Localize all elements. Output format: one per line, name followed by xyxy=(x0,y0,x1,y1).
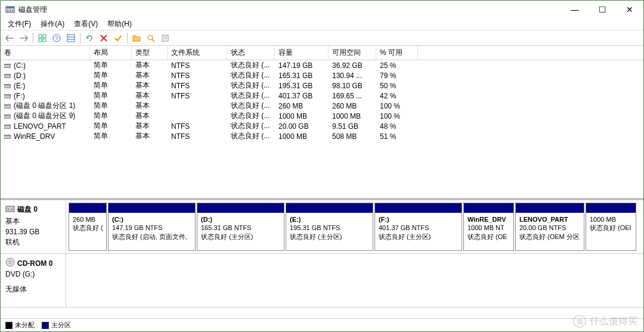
volume-fs: NTFS xyxy=(168,91,227,101)
delete-icon[interactable] xyxy=(97,32,110,45)
menu-file[interactable]: 文件(F) xyxy=(3,18,36,30)
volume-free: 260 MB xyxy=(329,101,376,111)
volume-row[interactable]: WinRE_DRV简单基本NTFS状态良好 (...1000 MB508 MB5… xyxy=(1,131,643,141)
disk-graph-pane[interactable]: 磁盘 0基本931.39 GB联机260 MB状态良好 ((C:)147.19 … xyxy=(1,199,643,318)
menu-action[interactable]: 操作(A) xyxy=(36,18,69,30)
disk-icon xyxy=(5,204,15,215)
partition[interactable]: LENOVO_PART20.00 GB NTFS状态良好 (OEM 分区 xyxy=(515,203,584,251)
volume-name: (C:) xyxy=(14,61,26,70)
volume-list[interactable]: 卷 布局 类型 文件系统 状态 容量 可用空间 % 可用 (C:)简单基本NTF… xyxy=(1,46,643,199)
partition-status: 状态良好 (启动, 页面文件, xyxy=(112,232,191,241)
volume-row[interactable]: (F:)简单基本NTFS状态良好 (...401.37 GB169.65 ...… xyxy=(1,91,643,101)
watermark-badge: 值 xyxy=(573,315,586,328)
forward-button[interactable] xyxy=(17,32,30,45)
folder-icon[interactable] xyxy=(130,32,143,45)
app-window: 磁盘管理 — ☐ ✕ 文件(F) 操作(A) 查看(V) 帮助(H) ? 卷 xyxy=(0,0,644,332)
volume-free: 9.51 GB xyxy=(329,122,376,131)
volume-row[interactable]: (C:)简单基本NTFS状态良好 (...147.19 GB36.92 GB25… xyxy=(1,60,643,70)
volume-row[interactable]: LENOVO_PART简单基本NTFS状态良好 (...20.00 GB9.51… xyxy=(1,121,643,131)
volume-size: 1000 MB xyxy=(275,132,329,141)
svg-rect-20 xyxy=(4,64,10,65)
help-icon[interactable]: ? xyxy=(50,32,63,45)
tiles-view-icon[interactable] xyxy=(36,32,49,45)
check-icon[interactable] xyxy=(112,32,125,45)
volume-pct: 48 % xyxy=(376,122,418,131)
partition[interactable]: (C:)147.19 GB NTFS状态良好 (启动, 页面文件, xyxy=(108,203,196,251)
volume-type: 基本 xyxy=(132,131,168,142)
partition-header xyxy=(586,203,636,213)
partition[interactable]: 1000 MB状态良好 (OEI xyxy=(586,203,636,251)
toolbar: ? xyxy=(1,30,643,46)
col-header-fs[interactable]: 文件系统 xyxy=(168,46,227,60)
svg-text:?: ? xyxy=(55,35,58,41)
volume-pct: 50 % xyxy=(376,81,418,91)
volume-size: 1000 MB xyxy=(275,111,329,121)
volume-row[interactable]: (磁盘 0 磁盘分区 1)简单基本状态良好 (...260 MB260 MB10… xyxy=(1,101,643,111)
disk-label[interactable]: CD-ROM 0DVD (G:)无媒体 xyxy=(1,254,66,307)
col-header-type[interactable]: 类型 xyxy=(132,46,168,60)
content-area: 卷 布局 类型 文件系统 状态 容量 可用空间 % 可用 (C:)简单基本NTF… xyxy=(1,46,643,331)
legend-primary: 主分区 xyxy=(42,321,71,330)
toolbar-separator xyxy=(80,33,80,44)
svg-point-14 xyxy=(148,35,153,40)
menu-help[interactable]: 帮助(H) xyxy=(103,18,137,30)
volume-row[interactable]: (D:)简单基本NTFS状态良好 (...165.31 GB130.94 ...… xyxy=(1,70,643,80)
disk-label[interactable]: 磁盘 0基本931.39 GB联机 xyxy=(1,200,66,253)
svg-rect-7 xyxy=(39,39,42,42)
col-header-size[interactable]: 容量 xyxy=(275,46,329,60)
col-header-pct[interactable]: % 可用 xyxy=(376,46,418,60)
volume-size: 195.31 GB xyxy=(275,81,329,91)
partition[interactable]: (F:)401.37 GB NTFS状态良好 (主分区) xyxy=(374,203,462,251)
svg-point-2 xyxy=(7,10,8,11)
volume-row[interactable]: (磁盘 0 磁盘分区 9)简单基本状态良好 (...1000 MB1000 MB… xyxy=(1,111,643,121)
svg-rect-28 xyxy=(4,104,10,106)
disk-name: 磁盘 0 xyxy=(17,204,38,215)
volume-fs xyxy=(168,106,227,107)
col-header-free[interactable]: 可用空间 xyxy=(329,46,376,60)
volume-pct: 42 % xyxy=(376,91,418,101)
legend-swatch-primary xyxy=(42,322,49,329)
back-button[interactable] xyxy=(3,32,16,45)
svg-line-15 xyxy=(152,39,154,42)
partition-size: 1000 MB NT xyxy=(467,224,510,232)
col-header-layout[interactable]: 布局 xyxy=(90,46,132,60)
partition[interactable]: 260 MB状态良好 ( xyxy=(69,203,107,251)
partition[interactable]: (E:)195.31 GB NTFS状态良好 (主分区) xyxy=(286,203,373,251)
volume-free: 98.10 GB xyxy=(329,81,376,91)
maximize-button[interactable]: ☐ xyxy=(589,1,616,18)
disk-state: 联机 xyxy=(5,237,61,247)
volume-row[interactable]: (E:)简单基本NTFS状态良好 (...195.31 GB98.10 GB50… xyxy=(1,80,643,91)
svg-rect-26 xyxy=(4,94,10,95)
search-icon[interactable] xyxy=(144,32,157,45)
volume-free: 130.94 ... xyxy=(329,71,376,80)
volume-size: 260 MB xyxy=(275,101,329,111)
partition-size: 260 MB xyxy=(73,215,103,224)
partition-label: (E:) xyxy=(290,215,369,224)
partition[interactable]: (D:)165.31 GB NTFS状态良好 (主分区) xyxy=(197,203,284,251)
refresh-icon[interactable] xyxy=(83,32,96,45)
properties-icon[interactable] xyxy=(159,32,172,45)
volume-pct: 25 % xyxy=(376,61,418,70)
partition-header xyxy=(516,203,584,213)
partition-status: 状态良好 (主分区) xyxy=(379,232,458,241)
partition[interactable]: WinRE_DRV1000 MB NT状态良好 (OE xyxy=(463,203,514,251)
disk-size: 931.39 GB xyxy=(5,228,61,236)
partition-status: 状态良好 (OE xyxy=(467,232,510,241)
titlebar[interactable]: 磁盘管理 — ☐ ✕ xyxy=(1,1,643,18)
svg-point-4 xyxy=(12,10,13,11)
minimize-button[interactable]: — xyxy=(561,1,589,18)
menu-view[interactable]: 查看(V) xyxy=(69,18,103,30)
svg-point-3 xyxy=(10,10,11,11)
col-header-volume[interactable]: 卷 xyxy=(1,46,90,60)
volume-fs: NTFS xyxy=(168,132,227,141)
list-view-icon[interactable] xyxy=(64,32,78,45)
col-header-status[interactable]: 状态 xyxy=(227,46,275,60)
svg-point-39 xyxy=(9,261,11,263)
svg-rect-8 xyxy=(43,39,46,42)
disk-partitions: 260 MB状态良好 ((C:)147.19 GB NTFS状态良好 (启动, … xyxy=(66,200,643,253)
toolbar-separator xyxy=(127,33,128,44)
toolbar-separator xyxy=(33,33,33,44)
disk-partitions xyxy=(66,254,643,307)
close-button[interactable]: ✕ xyxy=(616,1,643,18)
volume-fs: NTFS xyxy=(168,122,227,131)
